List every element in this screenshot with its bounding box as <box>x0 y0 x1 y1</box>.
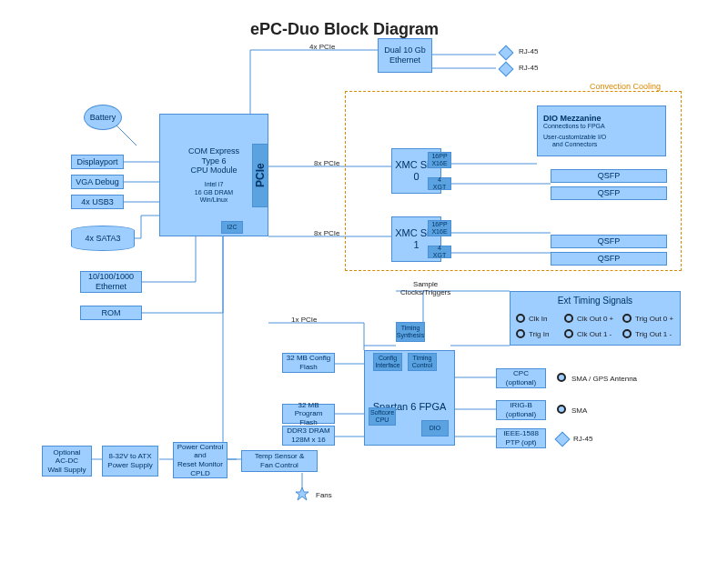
dio-mezzanine-block: DIO Mezzanine Connections to FPGA User-c… <box>537 105 666 156</box>
star-icon <box>295 487 309 501</box>
mezz-title: DIO Mezzanine <box>543 114 602 124</box>
convection-cooling-label: Convection Cooling <box>590 82 661 91</box>
ieee1588-ptp-block: IEEE-1588 PTP (opt) <box>496 428 546 448</box>
config-flash-block: 32 MB Config Flash <box>282 353 335 373</box>
softcore-cpu-block: Softcore CPU <box>369 407 396 426</box>
clk-out1-label: Clk Out 1 - <box>577 330 612 338</box>
svg-marker-39 <box>296 487 308 500</box>
clk-out0-label: Clk Out 0 + <box>577 315 613 323</box>
rom-block: ROM <box>80 306 142 320</box>
cpu-sub: Intel i7 16 GB DRAM Win/Linux <box>195 181 233 204</box>
xmc1-x4-block: 4 XGT <box>428 246 451 258</box>
xmc1-x16-block: 16PP X16E <box>428 220 451 236</box>
trig-out0-label: Trig Out 0 + <box>635 315 673 323</box>
dual-ethernet-block: Dual 10 Gb Ethernet <box>378 38 432 73</box>
mezz-sub: Connections to FPGA <box>543 123 605 130</box>
sata3-block: 4x SATA3 <box>71 226 135 251</box>
clk-in-label: Clk In <box>529 315 547 323</box>
rj45-label: RJ-45 <box>573 435 592 443</box>
pcie-8x-label: 8x PCIe <box>314 159 339 167</box>
clk-in-connector-icon <box>516 314 525 323</box>
qsfp-block: QSFP <box>551 169 667 183</box>
trig-in-connector-icon <box>516 329 525 338</box>
trig-out1-label: Trig Out 1 - <box>635 330 672 338</box>
pcie-8x-label: 8x PCIe <box>314 229 339 237</box>
pcie-1x-label: 1x PCIe <box>291 316 317 324</box>
page-title: ePC-Duo Block Diagram <box>250 20 439 39</box>
config-interface-block: Config Interface <box>373 353 402 371</box>
pcie-4x-label: 4x PCIe <box>309 43 335 51</box>
dio-block: DIO <box>421 420 449 437</box>
sma-gps-label: SMA / GPS Antenna <box>571 375 637 383</box>
atx-supply-block: 8-32V to ATX Power Supply <box>102 446 158 477</box>
vga-debug-block: VGA Debug <box>71 175 124 189</box>
trig-out-connector-icon <box>622 329 632 338</box>
clk-out-connector-icon <box>564 314 573 323</box>
mezz-desc: User-customizable I/O and Connectors <box>543 134 606 149</box>
power-control-cpld-block: Power Control and Reset Monitor CPLD <box>173 442 228 478</box>
battery-block: Battery <box>84 105 122 130</box>
ddr3-dram-block: DDR3 DRAM 128M x 16 <box>282 426 335 446</box>
ext-timing-title: Ext Timing Signals <box>558 296 632 306</box>
sma-gps-connector-icon <box>557 373 566 382</box>
rj45-connector-icon <box>499 45 514 61</box>
trig-out-connector-icon <box>622 314 632 323</box>
pcie-bus-block: PCIe <box>252 144 268 207</box>
cpc-optional-block: CPC (optional) <box>496 368 546 388</box>
fans-label: Fans <box>316 491 332 499</box>
rj45-connector-icon <box>555 432 571 447</box>
sample-clocks-label: Sample Clocks/Triggers <box>400 280 450 296</box>
program-flash-block: 32 MB Program Flash <box>282 404 335 424</box>
timing-synthesis-block: Timing Synthesis <box>396 322 425 342</box>
usb3-block: 4x USB3 <box>71 195 124 209</box>
displayport-block: Displayport <box>71 155 124 169</box>
cpu-label: COM Express Type 6 CPU Module <box>188 146 239 176</box>
qsfp-block: QSFP <box>551 252 667 266</box>
xmc0-x16-block: 16PP X16E <box>428 152 451 168</box>
rj45-connector-icon <box>499 62 514 77</box>
i2c-block: I2C <box>221 221 243 234</box>
timing-control-block: Timing Control <box>408 353 437 371</box>
temp-fan-control-block: Temp Sensor & Fan Control <box>241 450 318 472</box>
qsfp-block: QSFP <box>551 186 667 200</box>
sma-label: SMA <box>571 406 587 415</box>
irig-b-block: IRIG-B (optional) <box>496 400 546 420</box>
trig-in-label: Trig In <box>529 330 549 338</box>
rj45-label: RJ-45 <box>519 64 538 72</box>
clk-out-connector-icon <box>564 329 573 338</box>
wall-supply-block: Optional AC-DC Wall Supply <box>42 446 92 477</box>
rj45-label: RJ-45 <box>519 47 538 55</box>
gigabit-ethernet-block: 10/100/1000 Ethernet <box>80 271 142 293</box>
xmc0-x4-block: 4 XGT <box>428 177 451 190</box>
qsfp-block: QSFP <box>551 235 667 248</box>
sma-connector-icon <box>557 405 566 414</box>
